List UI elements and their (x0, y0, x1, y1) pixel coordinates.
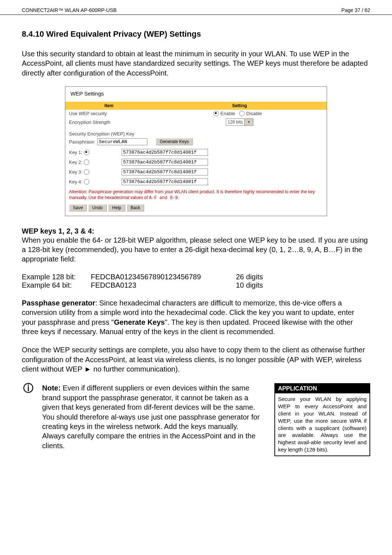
generate-keys-button[interactable]: Generate Keys (156, 138, 193, 145)
col-setting: Setting (152, 102, 327, 110)
keys-section-title: WEP keys 1, 2, 3 & 4: (22, 227, 370, 235)
enable-label: Enable (220, 111, 235, 116)
key2-label: Key 2: (69, 159, 82, 165)
examples-block: Example 128 bit: FEDCBA01234567890123456… (22, 273, 370, 289)
section-title: 8.4.10 Wired Equivalent Privacy (WEP) Se… (22, 29, 370, 39)
wep-settings-panel: WEP Settings Item Setting Use WEP securi… (65, 86, 327, 216)
key4-label: Key 4: (69, 179, 82, 185)
key2-radio[interactable] (84, 159, 89, 165)
key4-input[interactable] (122, 178, 208, 185)
key3-label: Key 3: (69, 169, 82, 175)
encryption-value: 128 bits (226, 119, 244, 125)
note-text: Note: Even if different suppliers or eve… (42, 383, 267, 456)
save-button[interactable]: Save (69, 204, 87, 211)
undo-button[interactable]: Undo (88, 204, 107, 211)
help-button[interactable]: Help (108, 204, 125, 211)
passphrase-input[interactable] (97, 138, 147, 145)
encryption-select[interactable]: 128 bits ▼ (226, 118, 253, 126)
key3-radio[interactable] (84, 169, 89, 175)
back-button[interactable]: Back (127, 204, 144, 211)
application-title: APPLICATION (275, 384, 369, 393)
disable-radio[interactable] (239, 111, 245, 116)
warning-text: Attention: Passphrase generation may dif… (65, 187, 327, 202)
chevron-down-icon: ▼ (244, 119, 253, 125)
key3-input[interactable] (122, 169, 208, 175)
enable-radio[interactable] (213, 111, 219, 116)
key1-label: Key 1: (69, 150, 82, 155)
key1-input[interactable] (122, 149, 208, 156)
disable-label: Disable (246, 111, 262, 116)
key2-input[interactable] (122, 159, 208, 166)
application-box: APPLICATION Secure your WLAN by applying… (274, 383, 370, 456)
col-item: Item (65, 102, 152, 110)
key1-radio[interactable] (84, 150, 89, 155)
keys-paragraph: When you enable the 64- or 128-bit WEP a… (22, 235, 370, 264)
wep-panel-title: WEP Settings (65, 87, 327, 102)
application-body: Secure your WLAN by applying WEP to ever… (275, 393, 369, 455)
intro-paragraph: Use this security standard to obtain at … (22, 49, 370, 78)
doc-header-left: CONNECT2AIR™ WLAN AP-600RP-USB (22, 7, 117, 13)
copy-paragraph: Once the WEP security settings are compl… (22, 345, 370, 374)
passphrase-paragraph: Passphase generator: Since hexadecimal c… (22, 298, 370, 337)
encryption-label: Encryption Strength (69, 119, 152, 125)
key4-radio[interactable] (84, 179, 89, 185)
security-key-label: Security Encryption (WEP) Key (65, 130, 327, 137)
passphrase-label: Passphrase: (69, 139, 95, 145)
doc-header-right: Page 37 / 62 (342, 7, 370, 13)
use-wep-label: Use WEP security (69, 111, 152, 116)
info-icon: ⓘ (22, 383, 35, 456)
